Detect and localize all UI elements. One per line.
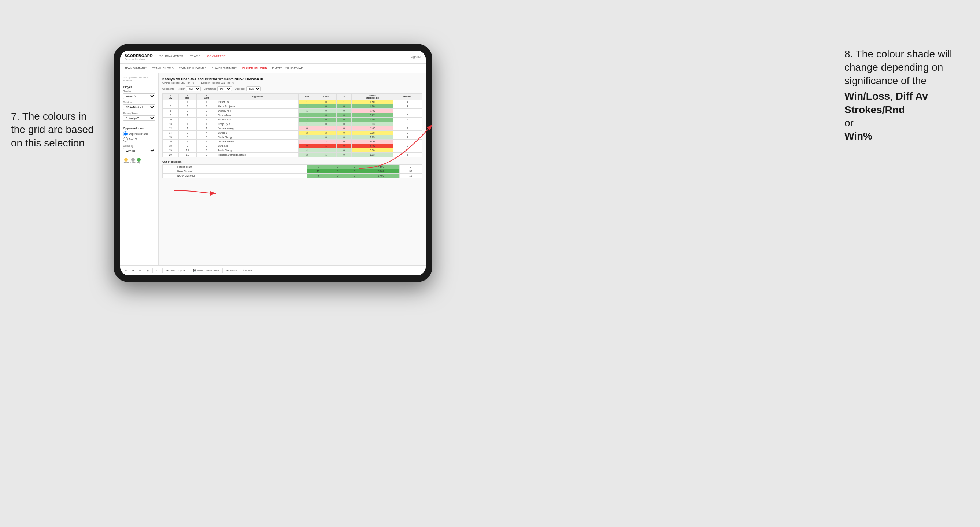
- cell-win: 1: [298, 140, 316, 144]
- legend-level-label: Level: [130, 162, 135, 164]
- share-icon: ⇧: [242, 269, 244, 272]
- sub-nav-team-summary[interactable]: TEAM SUMMARY: [124, 67, 147, 70]
- ood-cell-opponent: NCAA Division 2: [163, 174, 307, 178]
- cell-win: 0: [298, 144, 316, 148]
- cell-diff: 1.50: [352, 100, 393, 105]
- watch-btn[interactable]: 👁 Watch: [225, 268, 239, 273]
- main-content: Last Updated: 27/03/2024 16:55:38 Player…: [120, 73, 426, 265]
- redo-btn[interactable]: ↪: [130, 268, 135, 273]
- cell-conf: 4: [196, 113, 216, 117]
- cell-conf: 3: [196, 109, 216, 113]
- cell-opponent: Esther Lee: [216, 100, 298, 105]
- cell-reg: 1: [178, 122, 196, 126]
- cell-opponent: Emily Chang: [216, 148, 298, 153]
- cell-diff: 3.67: [352, 113, 393, 117]
- cell-tie: 0: [336, 126, 352, 131]
- undo-btn[interactable]: ↩: [123, 268, 128, 273]
- nav-committee[interactable]: COMMITTEE: [206, 55, 226, 59]
- step-forward-btn[interactable]: ⊞: [145, 268, 150, 273]
- cell-div: 13: [163, 126, 179, 131]
- sub-nav-team-h2h-grid[interactable]: TEAM H2H GRID: [152, 67, 173, 70]
- cell-reg: 1: [178, 113, 196, 117]
- conference-select[interactable]: (All): [217, 86, 232, 91]
- cell-win: 1: [298, 122, 316, 126]
- cell-opponent: Euna Lee: [216, 144, 298, 148]
- col-loss: Loss: [316, 94, 336, 100]
- player-rank-select[interactable]: 8. Katelyn Vo: [123, 115, 155, 121]
- ood-table-row: Foreign Team 1 0 0 4.500 2: [163, 165, 422, 169]
- ood-cell-diff: 7.400: [363, 174, 399, 178]
- cell-loss: 0: [316, 109, 336, 113]
- save-icon: 💾: [193, 269, 196, 272]
- gender-select[interactable]: Women's: [123, 94, 155, 99]
- toolbar: ↩ ↪ ↩ ⊞ ↺ 👁 View: Original 💾: [120, 265, 426, 275]
- col-reg: #Reg: [178, 94, 196, 100]
- radio-top100-input[interactable]: [123, 137, 128, 142]
- cell-rounds: 4: [393, 135, 422, 140]
- cell-div: 15: [163, 135, 179, 140]
- cell-win: 2: [298, 153, 316, 157]
- sub-nav: TEAM SUMMARY TEAM H2H GRID TEAM H2H HEAT…: [120, 64, 426, 73]
- region-select[interactable]: (All): [186, 86, 201, 91]
- radio-opponents-played-input[interactable]: [123, 132, 128, 136]
- sub-nav-player-h2h-grid[interactable]: PLAYER H2H GRID: [242, 67, 267, 70]
- sub-nav-player-h2h-heatmap[interactable]: PLAYER H2H HEATMAP: [272, 67, 303, 70]
- cell-opponent: Stella Cheng: [216, 135, 298, 140]
- cell-div: 19: [163, 148, 179, 153]
- opponent-select[interactable]: (All): [246, 86, 261, 91]
- col-rounds: Rounds: [393, 94, 422, 100]
- ood-cell-diff: 9.267: [363, 169, 399, 174]
- filters-row: Opponents: Region (All) Conference (All): [162, 86, 422, 91]
- col-diff: Diff AvStrokes/Rnd: [352, 94, 393, 100]
- col-opponent: Opponent: [216, 94, 298, 100]
- cell-div: 18: [163, 144, 179, 148]
- table-row: 5 2 2 Alexis Sudjianto 1 0 0 4.00 3: [163, 105, 422, 109]
- cell-win: 2: [298, 131, 316, 135]
- gender-label: Gender: [123, 90, 155, 93]
- cell-diff: 1.25: [352, 135, 393, 140]
- cell-win: 2: [298, 117, 316, 122]
- step-back-btn[interactable]: ↩: [138, 268, 143, 273]
- ood-cell-loss: 0: [329, 169, 346, 174]
- grid-title: Katelyn Vo Head-to-Head Grid for Women's…: [162, 77, 422, 81]
- right-annotation: 8. The colour shade will change dependin…: [845, 48, 969, 143]
- legend-down-label: Down: [123, 162, 129, 164]
- ood-cell-opponent: Foreign Team: [163, 165, 307, 169]
- undo-icon: ↩: [124, 269, 127, 272]
- conference-label: Conference: [204, 87, 216, 90]
- sub-nav-team-h2h-heatmap[interactable]: TEAM H2H HEATMAP: [179, 67, 207, 70]
- ood-cell-tie: 0: [346, 174, 363, 178]
- colour-by-select[interactable]: Win/loss: [123, 148, 155, 154]
- nav-teams[interactable]: TEAMS: [189, 55, 201, 59]
- tablet-screen: SCOREBOARD Powered by clippd TOURNAMENTS…: [120, 51, 426, 275]
- cell-diff: -3.00: [352, 126, 393, 131]
- ood-cell-rounds: 2: [399, 165, 422, 169]
- cell-tie: 0: [336, 140, 352, 144]
- cell-tie: 0: [336, 117, 352, 122]
- nav-sign-out[interactable]: Sign out: [411, 55, 421, 59]
- cell-div: 3: [163, 100, 179, 105]
- reset-btn[interactable]: ↺: [155, 268, 160, 273]
- save-custom-view-btn[interactable]: 💾 Save Custom View: [192, 268, 220, 273]
- cell-win: 1: [298, 109, 316, 113]
- cell-reg: 6: [178, 117, 196, 122]
- cell-div: 10: [163, 117, 179, 122]
- player-rank-label: Player (Rank): [123, 112, 155, 114]
- cell-opponent: Alexis Sudjianto: [216, 105, 298, 109]
- table-row: 3 1 1 Esther Lee 1 0 1 1.50 4: [163, 100, 422, 105]
- cell-reg: 10: [178, 148, 196, 153]
- view-original-btn[interactable]: 👁 View: Original: [165, 268, 187, 273]
- share-btn[interactable]: ⇧ Share: [241, 268, 253, 273]
- cell-conf: 1: [196, 140, 216, 144]
- sub-nav-player-summary[interactable]: PLAYER SUMMARY: [212, 67, 237, 70]
- cell-diff: 1.33: [352, 153, 393, 157]
- toolbar-sep2: [162, 268, 163, 273]
- division-select[interactable]: NCAA Division III: [123, 105, 155, 110]
- ood-cell-diff: 4.500: [363, 165, 399, 169]
- cell-win: 1: [298, 135, 316, 140]
- cell-rounds: 3: [393, 122, 422, 126]
- division-label: Division: [123, 101, 155, 104]
- nav-tournaments[interactable]: TOURNAMENTS: [159, 55, 184, 59]
- legend-up-dot: [137, 158, 141, 162]
- cell-conf: 7: [196, 153, 216, 157]
